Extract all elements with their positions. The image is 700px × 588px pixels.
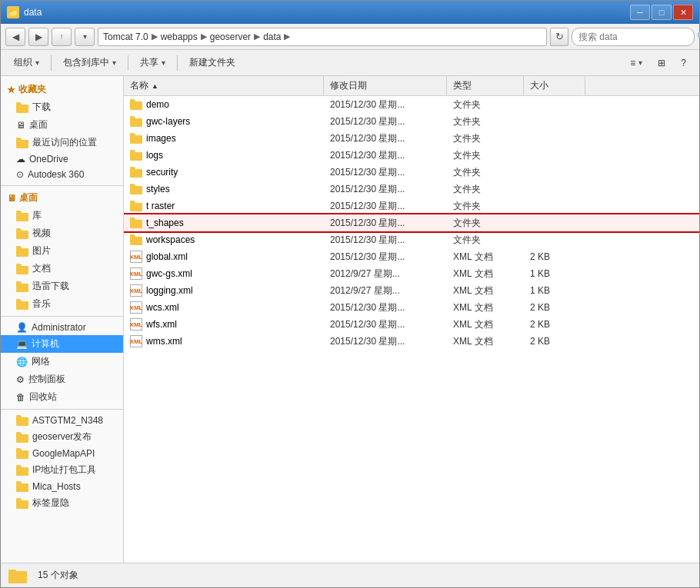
search-input[interactable] [578, 32, 694, 42]
file-size: 2 KB [524, 251, 585, 262]
forward-button[interactable]: ▶ [28, 28, 48, 46]
table-row[interactable]: demo 2015/12/30 星期... 文件夹 [124, 96, 699, 113]
sidebar-item-mica-hosts[interactable]: Mica_Hosts [1, 479, 123, 494]
refresh-button[interactable]: ↻ [550, 28, 568, 46]
table-row[interactable]: t_shapes 2015/12/30 星期... 文件夹 [124, 214, 699, 231]
file-name: styles [124, 184, 324, 194]
minimize-button[interactable]: ─ [630, 5, 650, 20]
sidebar-item-recycle[interactable]: 🗑 回收站 [1, 388, 123, 406]
table-row[interactable]: XML wms.xml 2015/12/30 星期... XML 文档 2 KB [124, 333, 699, 350]
file-type: XML 文档 [447, 284, 524, 297]
file-name: images [124, 133, 324, 144]
folder-icon [130, 133, 142, 144]
sidebar-item-library[interactable]: 库 [1, 207, 123, 224]
col-header-type[interactable]: 类型 [447, 76, 524, 95]
file-type: 文件夹 [447, 115, 524, 128]
maximize-button[interactable]: □ [652, 5, 672, 20]
sidebar-item-autodesk[interactable]: ⊙ Autodesk 360 [1, 167, 123, 182]
sidebar-item-label: Autodesk 360 [28, 169, 84, 180]
include-library-button[interactable]: 包含到库中 ▾ [56, 53, 123, 73]
folder-icon [16, 138, 28, 148]
file-date: 2015/12/30 星期... [324, 251, 447, 264]
path-geoserver[interactable]: geoserver [210, 32, 251, 42]
sidebar-item-onedrive[interactable]: ☁ OneDrive [1, 151, 123, 167]
help-button[interactable]: ? [674, 53, 693, 73]
file-type: 文件夹 [447, 132, 524, 145]
file-date: 2015/12/30 星期... [324, 98, 447, 111]
sidebar-item-label: 网络 [32, 355, 50, 368]
table-row[interactable]: t raster 2015/12/30 星期... 文件夹 [124, 198, 699, 214]
table-row[interactable]: XML logging.xml 2012/9/27 星期... XML 文档 1… [124, 282, 699, 299]
address-path[interactable]: Tomcat 7.0 ▶ webapps ▶ geoserver ▶ data … [98, 28, 547, 46]
file-type: 文件夹 [447, 217, 524, 230]
organize-button[interactable]: 组织 ▾ [7, 53, 46, 73]
col-header-name[interactable]: 名称 ▲ [124, 76, 324, 95]
sidebar-item-label: 图片 [32, 244, 51, 257]
col-header-size[interactable]: 大小 [524, 76, 585, 95]
sidebar-item-geoserver[interactable]: geoserver发布 [1, 428, 123, 446]
share-dropdown: ▾ [162, 58, 165, 67]
back-button[interactable]: ◀ [5, 28, 25, 46]
sidebar-item-music[interactable]: 音乐 [1, 295, 123, 313]
sidebar-item-network[interactable]: 🌐 网络 [1, 353, 123, 370]
sidebar-item-docs[interactable]: 文档 [1, 260, 123, 277]
view-button[interactable]: ≡ ▾ [623, 53, 649, 73]
folder-icon [16, 211, 28, 221]
sidebar-item-label: Mica_Hosts [32, 481, 81, 492]
table-row[interactable]: XML wcs.xml 2015/12/30 星期... XML 文档 2 KB [124, 299, 699, 316]
search-box[interactable]: 🔍 [572, 28, 695, 46]
table-row[interactable]: gwc-layers 2015/12/30 星期... 文件夹 [124, 113, 699, 130]
sidebar-item-control-panel[interactable]: ⚙ 控制面板 [1, 370, 123, 388]
recent-button[interactable]: ▾ [75, 28, 95, 46]
sidebar-item-label-toggle[interactable]: 标签显隐 [1, 494, 123, 512]
xml-icon: XML [130, 335, 142, 347]
sidebar-item-google[interactable]: GoogleMapAPI [1, 446, 123, 461]
sidebar-item-label: 视频 [32, 227, 51, 240]
file-type: 文件夹 [447, 200, 524, 213]
file-type: XML 文档 [447, 251, 524, 264]
file-date: 2015/12/30 星期... [324, 132, 447, 145]
table-row[interactable]: security 2015/12/30 星期... 文件夹 [124, 164, 699, 181]
favorites-section[interactable]: ★ 收藏夹 [1, 81, 123, 98]
table-row[interactable]: workspaces 2015/12/30 星期... 文件夹 [124, 231, 699, 248]
toolbar: 组织 ▾ 包含到库中 ▾ 共享 ▾ 新建文件夹 ≡ ▾ ⊞ ? [1, 50, 699, 76]
sidebar-item-pictures[interactable]: 图片 [1, 242, 123, 260]
path-tomcat[interactable]: Tomcat 7.0 [103, 32, 148, 42]
up-button[interactable]: ↑ [52, 28, 72, 46]
close-button[interactable]: ✕ [673, 5, 693, 20]
table-row[interactable]: XML gwc-gs.xml 2012/9/27 星期... XML 文档 1 … [124, 265, 699, 282]
folder-icon [16, 415, 28, 426]
file-date: 2015/12/30 星期... [324, 301, 447, 314]
sidebar-item-recent[interactable]: 最近访问的位置 [1, 134, 123, 151]
desktop-section[interactable]: 🖥 桌面 [1, 189, 123, 207]
file-type: XML 文档 [447, 335, 524, 348]
folder-icon [16, 498, 28, 509]
sidebar-item-label: geoserver发布 [32, 430, 92, 443]
path-data[interactable]: data [263, 32, 281, 42]
sidebar-item-videos[interactable]: 视频 [1, 224, 123, 242]
table-row[interactable]: XML wfs.xml 2015/12/30 星期... XML 文档 2 KB [124, 316, 699, 333]
sidebar-item-administrator[interactable]: 👤 Administrator [1, 320, 123, 335]
col-header-date[interactable]: 修改日期 [324, 76, 447, 95]
file-type: 文件夹 [447, 234, 524, 247]
table-row[interactable]: images 2015/12/30 星期... 文件夹 [124, 130, 699, 147]
sidebar-item-download[interactable]: 下载 [1, 98, 123, 116]
user-icon: 👤 [16, 322, 28, 333]
share-button[interactable]: 共享 ▾ [133, 53, 172, 73]
organize-dropdown: ▾ [35, 58, 39, 67]
search-icon: 🔍 [697, 32, 700, 42]
sidebar-item-thunder[interactable]: 迅雷下载 [1, 277, 123, 295]
path-webapps[interactable]: webapps [161, 32, 198, 42]
sidebar-item-computer[interactable]: 💻 计算机 [1, 335, 123, 353]
folder-icon [16, 465, 28, 476]
table-row[interactable]: styles 2015/12/30 星期... 文件夹 [124, 181, 699, 198]
table-row[interactable]: XML global.xml 2015/12/30 星期... XML 文档 2… [124, 248, 699, 265]
sidebar-item-astg[interactable]: ASTGTM2_N348 [1, 413, 123, 428]
layout-button[interactable]: ⊞ [651, 53, 672, 73]
sidebar-item-label: GoogleMapAPI [32, 448, 95, 459]
table-row[interactable]: logs 2015/12/30 星期... 文件夹 [124, 147, 699, 164]
sidebar-sep-1 [1, 185, 123, 186]
sidebar-item-ip[interactable]: IP地址打包工具 [1, 461, 123, 479]
sidebar-item-desktop[interactable]: 🖥 桌面 [1, 116, 123, 134]
new-folder-button[interactable]: 新建文件夹 [182, 53, 242, 73]
